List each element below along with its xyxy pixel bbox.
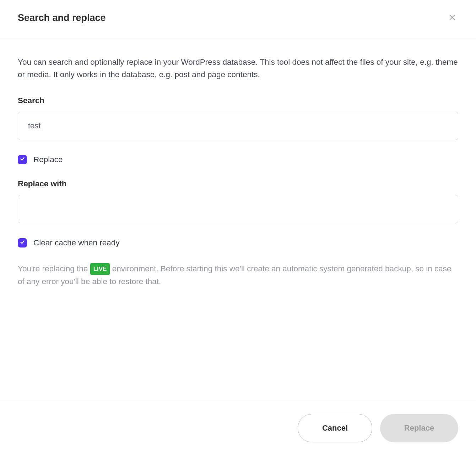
live-badge: LIVE [90,263,110,275]
replace-checkbox[interactable] [18,155,27,164]
note-before: You're replacing the [18,264,90,273]
modal-body: You can search and optionally replace in… [0,38,476,401]
check-icon [20,156,25,163]
modal-footer: Cancel Replace [0,401,476,458]
clear-cache-row[interactable]: Clear cache when ready [18,238,458,247]
check-icon [20,240,25,246]
close-icon [448,14,456,22]
replace-checkbox-row[interactable]: Replace [18,155,458,164]
clear-cache-checkbox[interactable] [18,238,27,247]
search-replace-modal: Search and replace You can search and op… [0,0,476,458]
replace-checkbox-label: Replace [33,155,63,164]
replace-button[interactable]: Replace [380,414,458,442]
replace-with-input[interactable] [18,195,458,223]
close-button[interactable] [446,11,458,25]
search-input[interactable] [18,112,458,140]
search-group: Search [18,96,458,140]
environment-note: You're replacing the LIVE environment. B… [18,262,458,288]
search-label: Search [18,96,458,105]
replace-with-label: Replace with [18,179,458,188]
replace-with-group: Replace with [18,179,458,223]
cancel-button[interactable]: Cancel [298,414,372,442]
modal-header: Search and replace [0,0,476,38]
clear-cache-label: Clear cache when ready [33,238,120,247]
modal-title: Search and replace [18,12,106,23]
intro-text: You can search and optionally replace in… [18,56,458,81]
